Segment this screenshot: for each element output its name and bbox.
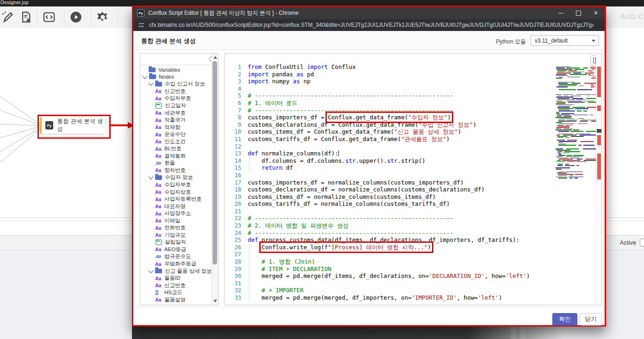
code-line[interactable]: 2import pandas as pd — [225, 71, 595, 78]
code-line[interactable]: 13def normalize_columns(df): — [225, 150, 595, 157]
code-line[interactable]: 24# ------------------------------------… — [225, 229, 595, 237]
tree-item[interactable]: Aa항차번호 — [140, 167, 212, 174]
code-line[interactable]: 29 # ITEM + DECLARATION — [225, 265, 595, 273]
number-field-icon: 1234 — [155, 290, 163, 296]
code-line[interactable]: 17customs_importers_df = normalize_colum… — [225, 179, 595, 186]
tree-item[interactable]: Aa우범화주등급 — [140, 260, 212, 268]
confirm-button[interactable]: 확인 — [552, 313, 577, 326]
tree-item[interactable]: .00환율 — [140, 160, 212, 167]
close-window-button[interactable]: ✕ — [587, 7, 605, 19]
url-text[interactable]: cfx.bimatrix.co.kr/AUD/500/confluxScript… — [149, 22, 594, 28]
tree-item[interactable]: 신고일자 — [140, 102, 212, 110]
chevron-down-icon[interactable] — [142, 74, 147, 79]
text-field-icon: Aa — [155, 297, 163, 302]
tree-item-label: 법규준수도 — [164, 253, 191, 260]
tree-folder[interactable]: 수입자 정보 — [140, 174, 212, 181]
scroll-up-icon[interactable] — [213, 56, 217, 59]
site-settings-icon[interactable] — [138, 22, 144, 28]
code-line[interactable]: 20customs_tariffs_df = normalize_columns… — [225, 200, 595, 208]
tree-item[interactable]: 설립일자 — [140, 239, 212, 246]
code-line[interactable]: 22# ------------------------------------… — [225, 215, 595, 222]
tree-item[interactable]: Aa적출국가 — [140, 117, 212, 124]
maximize-button[interactable] — [569, 7, 587, 19]
tree-item[interactable]: Aa수입자부호 — [140, 95, 212, 102]
code-line[interactable]: 30 merged = pd.merge(df_items, df_declar… — [225, 272, 595, 280]
code-line[interactable]: 4 — [225, 85, 595, 92]
code-line[interactable]: 27 — [225, 251, 595, 258]
line-number: 33 — [225, 295, 248, 302]
tree-item[interactable]: Aa사업장주소 — [140, 210, 212, 217]
code-line[interactable]: 12 — [225, 143, 595, 150]
minimize-button[interactable] — [552, 7, 569, 19]
scroll-down-icon[interactable] — [213, 300, 217, 302]
tree-item[interactable]: Aa모델명 — [140, 303, 212, 304]
line-number: 22 — [225, 215, 248, 222]
tree-item[interactable]: Aa물품ID — [140, 275, 212, 282]
code-line[interactable]: 11customs_tariffs_df = Conflux.get_data_… — [225, 136, 595, 143]
editor-scrollbar-thumb[interactable] — [597, 129, 602, 133]
code-line[interactable]: 28 # 1. 병합 (Join) — [225, 258, 595, 265]
tree-item[interactable]: Aa사업자등록번호 — [140, 196, 212, 203]
tree-item[interactable]: Aa기업규모 — [140, 232, 212, 239]
code-line[interactable]: 23# 2. 데이터 병합 및 파생변수 생성 — [225, 222, 595, 229]
code-line[interactable]: 3import numpy as np — [225, 78, 595, 85]
active-checkbox[interactable] — [640, 239, 644, 247]
editor-minimap[interactable] — [555, 65, 596, 186]
code-line[interactable]: 15 return df — [225, 164, 595, 172]
tree-scrollbar-thumb[interactable] — [213, 61, 217, 265]
tree-item[interactable]: Aa결제통화 — [140, 153, 212, 160]
code-line[interactable]: 5# -------------------------------------… — [225, 92, 595, 99]
code-lines[interactable]: 1from ConfluxUtil import Conflux2import … — [225, 63, 595, 302]
code-line[interactable]: 32 # + IMPORTER — [225, 287, 595, 294]
code-line[interactable]: 6# 1. 데이터 로드 — [225, 99, 595, 107]
tree-item-label: 우범화주등급 — [164, 260, 196, 267]
text-field-icon: Aa — [155, 261, 163, 267]
code-line[interactable]: 19customs_items_df = normalize_columns(c… — [225, 193, 595, 201]
tree-scrollbar[interactable] — [212, 54, 218, 305]
tree-folder[interactable]: Nodes — [140, 74, 212, 81]
code-line[interactable]: 7# -------------------------------------… — [225, 107, 595, 114]
code-line[interactable]: 31 — [225, 280, 595, 287]
window-title-bar[interactable]: Py Conflux Script Editor [ 통합 관세 이상치 탐지 … — [133, 7, 605, 19]
close-button[interactable]: 닫기 — [580, 313, 602, 326]
code-line[interactable]: 1from ConfluxUtil import Conflux — [225, 63, 595, 71]
code-editor[interactable]: 1from ConfluxUtil import Conflux2import … — [224, 53, 602, 305]
tree-item-label: 인도조건 — [164, 138, 186, 145]
tree-folder[interactable]: Variables — [140, 66, 212, 74]
tree-item[interactable]: Aa이메일 — [140, 217, 212, 224]
tree-item[interactable]: .00법규준수도 — [140, 253, 212, 260]
tree-item[interactable]: Aa신고번호 — [140, 282, 212, 289]
tree-item[interactable]: 1234HS코드 — [140, 289, 212, 296]
tree-item[interactable]: Aa수입자상호 — [140, 188, 212, 196]
tree-item[interactable]: Aa세관부호 — [140, 109, 212, 117]
code-line[interactable]: 8customs_importers_df = Conflux.get_data… — [225, 114, 595, 121]
address-bar[interactable]: cfx.bimatrix.co.kr/AUD/500/confluxScript… — [133, 19, 605, 31]
code-line[interactable]: 25def process_customs_data(df_items, df_… — [225, 236, 595, 244]
chevron-down-icon[interactable] — [148, 268, 153, 273]
tree-item[interactable]: Aa물품설명 — [140, 296, 212, 304]
code-line[interactable]: 18customs_declarations_df = normalize_co… — [225, 186, 595, 193]
tree-folder[interactable]: 신고 물품 상세 정보 — [140, 267, 212, 275]
editor-scrollbar[interactable] — [596, 54, 602, 305]
python-module-select[interactable]: v3.11_default — [531, 35, 599, 46]
tree-item[interactable]: Aa수입자부호 — [140, 181, 212, 189]
tree-item[interactable]: Aa적재항 — [140, 123, 212, 131]
code-line[interactable]: 21 — [225, 208, 595, 215]
chevron-down-icon[interactable] — [148, 81, 153, 86]
tree-item[interactable]: Aa인도조건 — [140, 138, 212, 145]
tree-item[interactable]: Aa신고번호 — [140, 88, 212, 95]
tree-search-input[interactable] — [140, 54, 218, 65]
tree-item[interactable]: Aa대표자명 — [140, 203, 212, 210]
code-line[interactable]: 33 merged = pd.merge(merged, df_importer… — [225, 294, 595, 302]
tree-folder[interactable]: 수입 신고서 정보 — [140, 80, 212, 88]
code-line[interactable]: 9customs_declarations_df = Conflux.get_d… — [225, 121, 595, 129]
code-line[interactable]: 26 Conflux.write_log(f"[Process] 데이터 병합 … — [225, 244, 595, 251]
code-line[interactable]: 14 df.columns = df.columns.str.upper().s… — [225, 157, 595, 165]
tree-item[interactable]: Aa운송수단 — [140, 131, 212, 138]
tree-item[interactable]: AaBL번호 — [140, 145, 212, 153]
code-line[interactable]: 10customs_items_df = Conflux.get_data_fr… — [225, 128, 595, 136]
tree-item[interactable]: Aa전화번호 — [140, 224, 212, 232]
tree-item[interactable]: AaAEO등급 — [140, 246, 212, 253]
code-line[interactable]: 16 — [225, 172, 595, 179]
chevron-down-icon[interactable] — [148, 174, 153, 179]
